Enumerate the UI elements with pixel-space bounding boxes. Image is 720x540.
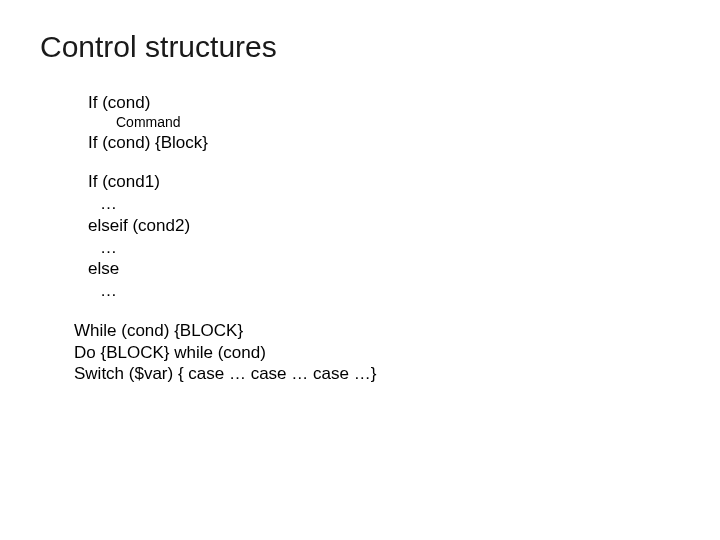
code-line-else: else	[88, 258, 680, 280]
code-line-if-cond-block: If (cond) {Block}	[88, 132, 680, 154]
code-line-do: Do {BLOCK} while (cond)	[74, 342, 680, 364]
code-line-if-cond: If (cond)	[88, 92, 680, 114]
code-line-switch: Switch ($var) { case … case … case …}	[74, 363, 680, 385]
slide-body: If (cond) Command If (cond) {Block} If (…	[40, 92, 680, 385]
code-line-elseif: elseif (cond2)	[88, 215, 680, 237]
slide-title: Control structures	[40, 30, 680, 64]
code-line-command: Command	[88, 114, 680, 132]
code-line-dots-1: …	[88, 193, 680, 215]
slide: Control structures If (cond) Command If …	[0, 0, 720, 415]
spacer	[88, 302, 680, 320]
spacer	[88, 153, 680, 171]
code-block-loops: While (cond) {BLOCK} Do {BLOCK} while (c…	[74, 320, 680, 385]
code-line-if-cond1: If (cond1)	[88, 171, 680, 193]
code-line-while: While (cond) {BLOCK}	[74, 320, 680, 342]
code-line-dots-2: …	[88, 237, 680, 259]
code-line-dots-3: …	[88, 280, 680, 302]
